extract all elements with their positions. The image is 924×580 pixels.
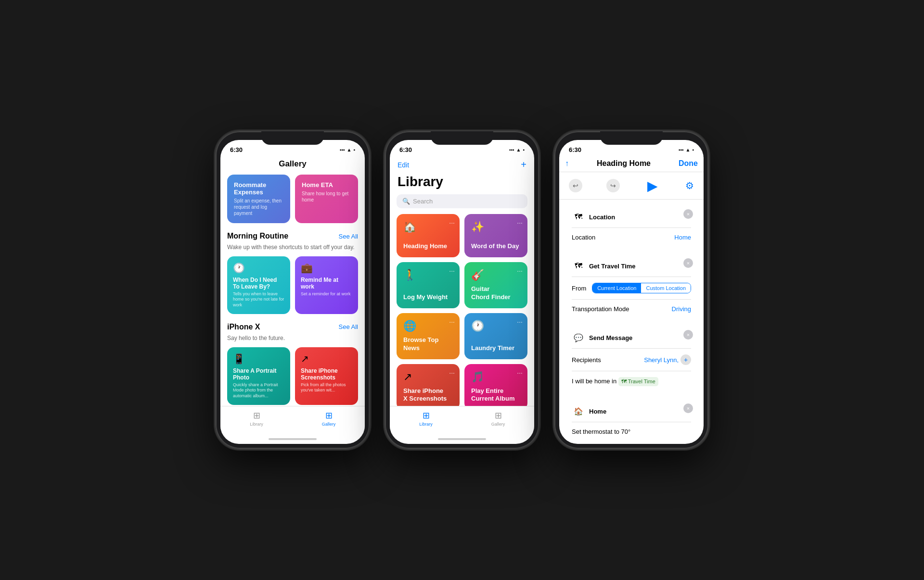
- thermostat-row: Set thermostat to 70°: [572, 426, 691, 437]
- wifi-icon-3: ▲: [686, 147, 691, 152]
- current-location-option[interactable]: Current Location: [592, 283, 641, 293]
- message-block: 💬 Send Message × Recipients Sheryl Lynn,…: [565, 325, 698, 394]
- library-nav: Edit +: [390, 157, 534, 174]
- morning-section-header: Morning Routine See All: [220, 230, 365, 243]
- message-area: I will be home in 🗺 Travel Time: [572, 375, 691, 388]
- recipients-value: Sheryl Lynn,: [644, 356, 679, 364]
- forward-icon[interactable]: ↪: [606, 179, 620, 192]
- iphone-cards: 📱 Share A Portrait Photo Quickly share a…: [220, 347, 365, 406]
- word-of-day-card[interactable]: ··· ✨ Word of the Day: [464, 214, 527, 257]
- home-eta-desc: Share how long to get home: [302, 190, 351, 203]
- tab-gallery-2[interactable]: ⊞ Gallery: [462, 410, 534, 427]
- home-eta-card[interactable]: Home ETA Share how long to get home: [295, 175, 358, 223]
- location-toggle[interactable]: Current Location Custom Location: [592, 283, 691, 293]
- home-block: 🏠 Home × Set thermostat to 70°: [565, 399, 698, 443]
- status-icons-2: ▪▪▪ ▲ ▪: [509, 147, 525, 152]
- walk-icon: 🚶: [403, 269, 453, 281]
- card-menu-2[interactable]: ···: [517, 219, 523, 227]
- screen-2: 6:30 ▪▪▪ ▲ ▪ Edit + Library 🔍 Search: [390, 140, 534, 444]
- tab-gallery-1[interactable]: ⊞ Gallery: [293, 410, 365, 427]
- phone-2: 6:30 ▪▪▪ ▲ ▪ Edit + Library 🔍 Search: [385, 131, 539, 449]
- portrait-desc: Quickly share a Portrait Mode photo from…: [233, 382, 284, 399]
- detail-title: Heading Home: [597, 159, 651, 168]
- roommate-title: Roommate Expenses: [234, 181, 283, 196]
- location-close[interactable]: ×: [683, 209, 693, 219]
- home-bar-1: [269, 438, 317, 440]
- tab-bar-1: ⊞ Library ⊞ Gallery: [220, 406, 365, 434]
- log-weight-label: Log My Weight: [403, 293, 453, 302]
- add-button[interactable]: +: [521, 159, 526, 170]
- message-text: I will be home in: [572, 378, 616, 385]
- card-menu-7[interactable]: ···: [449, 369, 455, 377]
- tab-gallery-label-1: Gallery: [322, 422, 336, 427]
- tab-gallery-label-2: Gallery: [491, 422, 505, 427]
- edit-button[interactable]: Edit: [398, 161, 409, 169]
- recipients-row: Recipients Sheryl Lynn, +: [572, 353, 691, 367]
- morning-cards: 🕐 When Do I Need To Leave By? Tells you …: [220, 256, 365, 321]
- iphone-see-all[interactable]: See All: [339, 323, 358, 330]
- iphone-section-header: iPhone X See All: [220, 321, 365, 334]
- share-button[interactable]: ↑: [565, 159, 569, 168]
- star-icon: ✨: [471, 221, 521, 233]
- guitar-icon: 🎸: [471, 269, 521, 281]
- share-icon: ↗: [301, 353, 352, 365]
- guitar-chord-card[interactable]: ··· 🎸 GuitarChord Finder: [464, 262, 527, 308]
- card-menu-4[interactable]: ···: [517, 267, 523, 275]
- notch-3: [600, 131, 663, 145]
- time-1: 6:30: [230, 146, 243, 153]
- travel-header: 🗺 Get Travel Time: [572, 259, 691, 273]
- heading-home-card[interactable]: ··· 🏠 Heading Home: [397, 214, 460, 257]
- travel-title: Get Travel Time: [589, 263, 636, 270]
- roommate-card[interactable]: Roommate Expenses Split an expense, then…: [227, 175, 290, 223]
- log-weight-card[interactable]: ··· 🚶 Log My Weight: [397, 262, 460, 308]
- remind-me-card[interactable]: 💼 Remind Me at work Set a reminder for a…: [295, 256, 358, 314]
- roommate-desc: Split an expense, then request and log p…: [234, 198, 283, 216]
- tab-library-label-1: Library: [250, 422, 263, 427]
- notch-1: [261, 131, 324, 145]
- travel-close[interactable]: ×: [683, 258, 693, 268]
- screenshots-desc: Pick from all the photos you've taken wi…: [301, 382, 352, 393]
- location-value: Home: [674, 234, 691, 241]
- portrait-title: Share A Portrait Photo: [233, 367, 284, 381]
- settings-icon[interactable]: ⚙: [685, 180, 694, 191]
- featured-section: Roommate Expenses Split an expense, then…: [220, 175, 365, 230]
- play-button[interactable]: ▶: [644, 177, 661, 194]
- browse-news-label: Browse Top News: [403, 336, 453, 353]
- card-menu-8[interactable]: ···: [517, 369, 523, 377]
- gallery-screen: Gallery Roommate Expenses Split an expen…: [220, 157, 365, 406]
- home-bar-2: [438, 438, 486, 440]
- card-menu-3[interactable]: ···: [449, 267, 455, 275]
- tab-library-2[interactable]: ⊞ Library: [390, 410, 462, 427]
- tab-library-1[interactable]: ⊞ Library: [220, 410, 293, 427]
- portrait-card[interactable]: 📱 Share A Portrait Photo Quickly share a…: [227, 347, 290, 405]
- share-screenshots-card[interactable]: ··· ↗ Share iPhoneX Screenshots: [397, 364, 460, 406]
- done-button[interactable]: Done: [679, 159, 698, 168]
- back-icon[interactable]: ↩: [569, 179, 582, 192]
- search-bar-2[interactable]: 🔍 Search: [397, 194, 527, 208]
- laundry-timer-card[interactable]: ··· 🕐 Laundry Timer: [464, 313, 527, 359]
- card-menu-6[interactable]: ···: [517, 318, 523, 326]
- iphone-subtitle: Say hello to the future.: [220, 334, 365, 347]
- playback-controls: ↩ ↪ ▶ ⚙: [559, 172, 704, 200]
- message-close[interactable]: ×: [683, 330, 693, 340]
- play-album-card[interactable]: ··· 🎵 Play EntireCurrent Album: [464, 364, 527, 406]
- location-icon: 🗺: [572, 210, 585, 224]
- morning-see-all[interactable]: See All: [339, 233, 358, 240]
- battery-icon: ▪: [353, 147, 355, 152]
- gallery-title: Gallery: [220, 157, 365, 175]
- browse-news-card[interactable]: ··· 🌐 Browse Top News: [397, 313, 460, 359]
- card-menu-5[interactable]: ···: [449, 318, 455, 326]
- transport-label: Transportation Mode: [572, 305, 629, 313]
- location-title: Location: [589, 214, 615, 221]
- signal-icon-3: ▪▪▪: [679, 147, 684, 152]
- from-label: From: [572, 285, 586, 292]
- add-recipient-button[interactable]: +: [680, 354, 691, 365]
- card-menu-1[interactable]: ···: [449, 219, 455, 227]
- screenshots-title: Share iPhone Screenshots: [301, 367, 352, 381]
- screenshots-card[interactable]: ↗ Share iPhone Screenshots Pick from all…: [295, 347, 358, 405]
- travel-time-badge: 🗺 Travel Time: [618, 377, 658, 386]
- leave-by-card[interactable]: 🕐 When Do I Need To Leave By? Tells you …: [227, 256, 290, 314]
- home-action-icon: 🏠: [572, 404, 585, 418]
- home-close[interactable]: ×: [683, 403, 693, 413]
- custom-location-option[interactable]: Custom Location: [641, 283, 691, 293]
